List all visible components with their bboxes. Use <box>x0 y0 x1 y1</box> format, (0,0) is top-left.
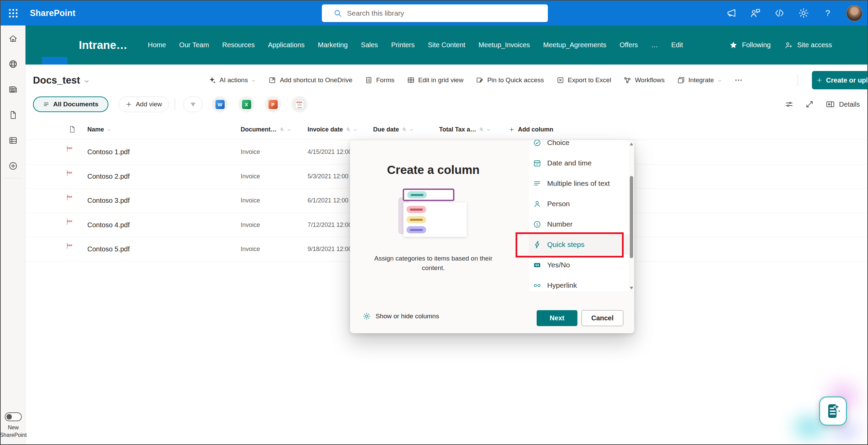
following-button[interactable]: Following <box>729 41 770 50</box>
site-access-button[interactable]: Site access <box>784 41 832 50</box>
list-scrollbar[interactable] <box>629 141 633 291</box>
site-nav-link[interactable]: Meetup_Invoices <box>479 41 530 49</box>
site-nav-link[interactable]: Applications <box>268 41 305 49</box>
details-button[interactable]: Details <box>826 100 860 109</box>
site-nav-link[interactable]: Printers <box>391 41 415 49</box>
star-icon <box>729 41 738 50</box>
command-bar-button[interactable]: AI actions <box>208 76 256 84</box>
site-nav-link[interactable]: Meetup_Agreements <box>543 41 606 49</box>
column-type-option[interactable]: Person <box>529 194 629 214</box>
filter-pill[interactable] <box>183 96 203 112</box>
search-box[interactable] <box>322 4 548 22</box>
announcements-icon[interactable] <box>726 7 737 19</box>
new-sharepoint-toggle[interactable] <box>5 412 22 421</box>
sidebar-news-icon[interactable] <box>8 85 18 94</box>
library-title-menu[interactable]: Docs_test <box>33 75 90 86</box>
column-header[interactable]: Due date <box>373 119 414 140</box>
show-or-hide-columns-button[interactable]: Show or hide columns <box>363 312 439 320</box>
copilot-notes-button[interactable] <box>819 396 847 426</box>
app-launcher-icon[interactable] <box>7 7 19 19</box>
sidebar-create-icon[interactable] <box>8 161 18 171</box>
command-bar-button[interactable]: Workflows <box>623 76 664 84</box>
column-type-option[interactable]: Date and time <box>529 153 629 173</box>
column-type-option[interactable]: Hyperlink <box>529 275 629 291</box>
svg-text:?: ? <box>826 8 830 18</box>
command-icon <box>623 76 631 84</box>
ai-sparkle-icon <box>402 127 406 132</box>
column-type-option[interactable]: Quick steps <box>529 234 629 255</box>
add-column-button[interactable]: Add column <box>509 119 553 140</box>
site-nav-link[interactable]: Site Content <box>428 41 465 49</box>
file-type-button[interactable]: PDF <box>291 96 308 112</box>
command-label: Edit in grid view <box>418 76 464 84</box>
search-input[interactable] <box>346 9 542 18</box>
next-button[interactable]: Next <box>537 310 577 326</box>
column-header[interactable]: Name <box>87 119 111 140</box>
column-type-icon <box>533 159 541 167</box>
sidebar-lists-icon[interactable] <box>8 136 18 145</box>
column-header[interactable]: Total Tax a… <box>439 119 491 140</box>
suite-bar: SharePoint ? <box>1 1 868 25</box>
column-type-option[interactable]: Yes/No <box>529 255 629 275</box>
command-label: Export to Excel <box>568 76 611 84</box>
command-bar-button[interactable]: Pin to Quick access <box>476 76 544 84</box>
sidebar-globe-icon[interactable] <box>8 59 18 69</box>
scroll-down-arrow[interactable] <box>630 287 633 289</box>
column-type-option[interactable]: Choice <box>529 140 629 153</box>
command-bar-button[interactable] <box>734 76 746 84</box>
document-type-cell: Invoice <box>241 197 260 204</box>
file-type-button[interactable]: X <box>238 96 255 112</box>
file-type-button[interactable]: W <box>212 96 228 112</box>
site-nav-link[interactable]: Offers <box>620 41 638 49</box>
column-type-icon <box>533 179 541 188</box>
site-nav-link[interactable]: Our Team <box>179 41 209 49</box>
user-avatar[interactable] <box>846 5 863 21</box>
command-label: Forms <box>376 76 395 84</box>
sidebar-home-icon[interactable] <box>8 34 18 43</box>
command-icon <box>677 76 685 84</box>
current-view-pill[interactable]: All Documents <box>33 96 108 112</box>
command-bar-button[interactable]: Integrate <box>677 76 722 84</box>
document-name[interactable]: Contoso 3.pdf <box>87 197 130 204</box>
command-bar-button[interactable]: Add shortcut to OneDrive <box>268 76 352 84</box>
site-nav-link[interactable]: Home <box>148 41 166 49</box>
sidebar-documents-icon[interactable] <box>8 110 18 120</box>
feedback-icon[interactable] <box>750 7 761 19</box>
help-icon[interactable]: ? <box>822 7 833 19</box>
document-name[interactable]: Contoso 2.pdf <box>87 172 130 180</box>
site-nav-link[interactable]: Sales <box>361 41 378 49</box>
site-title[interactable]: Intrane… <box>79 39 127 52</box>
document-name[interactable]: Contoso 1.pdf <box>87 148 130 156</box>
site-nav-link[interactable]: … <box>651 41 658 49</box>
add-view-pill[interactable]: Add view <box>119 96 169 112</box>
command-bar-button[interactable]: Export to Excel <box>556 76 611 84</box>
site-nav-link[interactable]: Marketing <box>318 41 348 49</box>
site-nav-link[interactable]: Resources <box>222 41 255 49</box>
cancel-button[interactable]: Cancel <box>581 310 623 326</box>
document-name[interactable]: Contoso 5.pdf <box>87 245 130 253</box>
settings-gear-icon[interactable] <box>798 7 809 19</box>
column-header[interactable]: Invoice date <box>308 119 358 140</box>
document-name[interactable]: Contoso 4.pdf <box>87 221 130 229</box>
developer-icon[interactable] <box>774 7 785 19</box>
command-bar-button[interactable]: Forms <box>365 76 395 84</box>
search-icon <box>333 9 342 18</box>
view-bar-divider <box>175 99 175 110</box>
expand-icon[interactable] <box>805 100 814 109</box>
scroll-thumb[interactable] <box>630 176 633 258</box>
column-header[interactable]: Document… <box>241 119 291 140</box>
command-icon <box>365 76 373 84</box>
column-type-option[interactable]: 1 Number <box>529 214 629 234</box>
site-nav-link[interactable]: Edit <box>671 41 683 49</box>
file-type-button[interactable]: P <box>265 96 281 112</box>
command-icon <box>556 76 565 84</box>
scroll-up-arrow[interactable] <box>630 143 633 145</box>
create-or-upload-button[interactable]: Create or upload <box>812 71 868 89</box>
command-label: Workflows <box>635 76 664 84</box>
file-type-buttons: W X P PDF <box>212 96 308 112</box>
command-bar-button[interactable]: Edit in grid view <box>407 76 464 84</box>
chevron-down-icon <box>251 78 256 83</box>
column-type-option[interactable]: Multiple lines of text <box>529 173 629 194</box>
sliders-icon[interactable] <box>785 100 794 109</box>
column-label: Due date <box>373 126 399 133</box>
